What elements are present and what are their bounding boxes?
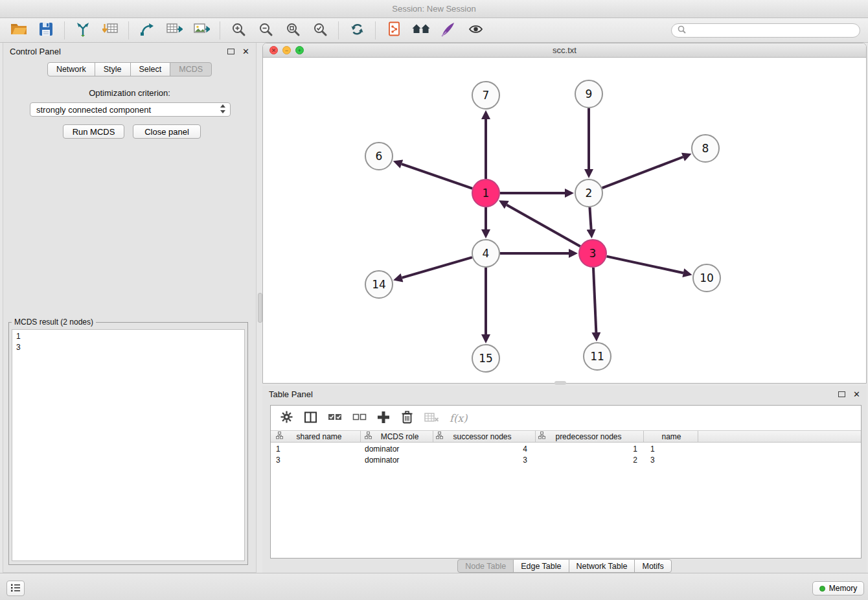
select-all-icon (328, 411, 342, 424)
float-table-panel-icon[interactable] (838, 391, 845, 397)
eye-icon (468, 22, 483, 38)
column-header-predecessor-nodes[interactable]: predecessor nodes (536, 431, 644, 442)
task-history-button[interactable] (6, 581, 25, 596)
mcds-result-item: 3 (16, 342, 240, 353)
panel-resize-handle-vertical[interactable] (258, 293, 262, 323)
column-header-mcds-role[interactable]: MCDS role (361, 431, 433, 442)
refresh-view-button[interactable] (343, 19, 371, 41)
delete-column-button[interactable] (400, 410, 414, 426)
network-window-titlebar[interactable]: ✕ − + scc.txt (263, 43, 866, 58)
import-table-button[interactable] (97, 19, 124, 41)
eye-button[interactable] (462, 19, 489, 41)
edge-1-6[interactable] (402, 164, 472, 189)
node-table-area: f(x) shared name (270, 405, 862, 559)
node-label: 11 (590, 350, 604, 363)
node-3[interactable]: 3 (579, 240, 606, 267)
tab-node-table[interactable]: Node Table (457, 559, 514, 573)
criterion-value: strongly connected component (36, 105, 220, 115)
tab-select[interactable]: Select (130, 62, 171, 76)
network-home-button[interactable] (407, 19, 435, 41)
mcds-result-list[interactable]: 1 3 (12, 329, 245, 561)
export-image-icon (194, 22, 210, 38)
tab-mcds[interactable]: MCDS (170, 62, 212, 76)
function-builder-button: f(x) (450, 412, 467, 424)
node-9[interactable]: 9 (575, 80, 602, 108)
node-2[interactable]: 2 (575, 179, 602, 207)
tab-network-table[interactable]: Network Table (569, 559, 635, 573)
node-14[interactable]: 14 (365, 271, 393, 298)
network-home-icon (412, 23, 430, 38)
network-window: ✕ − + scc.txt 7968124314101511 (262, 43, 867, 384)
status-bar: Memory (0, 573, 868, 600)
network-graph[interactable]: 7968124314101511 (263, 58, 866, 384)
tab-motifs[interactable]: Motifs (634, 559, 671, 573)
column-header-successor-nodes[interactable]: successor nodes (433, 431, 536, 442)
column-header-shared-name[interactable]: shared name (271, 431, 361, 442)
tab-style[interactable]: Style (95, 62, 131, 76)
close-panel-button[interactable]: Close panel (133, 124, 201, 139)
zoom-in-button[interactable] (225, 19, 252, 41)
node-4[interactable]: 4 (472, 240, 499, 267)
panel-resize-handle-horizontal[interactable] (554, 381, 566, 385)
refresh-icon (350, 22, 365, 39)
table-settings-button[interactable] (280, 410, 293, 426)
node-10[interactable]: 10 (693, 264, 720, 292)
node-15[interactable]: 15 (472, 345, 499, 372)
float-panel-icon[interactable] (227, 49, 234, 54)
node-1[interactable]: 1 (472, 179, 499, 207)
deselect-all-icon (352, 411, 367, 424)
table-row[interactable]: 3 dominator 3 2 3 (271, 454, 861, 465)
close-table-panel-icon[interactable]: ✕ (853, 389, 860, 399)
column-header-name[interactable]: name (644, 431, 698, 442)
show-columns-button[interactable] (304, 411, 317, 426)
close-panel-icon[interactable]: ✕ (242, 47, 249, 56)
zoom-selected-button[interactable] (306, 19, 334, 41)
search-input[interactable] (689, 25, 854, 36)
style-brush-icon (440, 21, 456, 39)
criterion-dropdown[interactable]: strongly connected component (30, 102, 231, 117)
edge-2-8[interactable] (602, 157, 683, 188)
dropdown-stepper-icon (220, 104, 226, 116)
node-8[interactable]: 8 (692, 135, 719, 162)
add-column-button[interactable] (377, 411, 390, 426)
style-brush-button[interactable] (435, 19, 462, 41)
table-row[interactable]: 1 dominator 4 1 1 (271, 443, 861, 454)
app-titlebar[interactable]: Session: New Session (0, 0, 868, 18)
memory-button[interactable]: Memory (812, 581, 864, 595)
node-label: 9 (586, 87, 593, 100)
table-panel: Table Panel ✕ (262, 386, 867, 573)
edge-3-10[interactable] (607, 257, 683, 273)
delete-table-icon (424, 412, 439, 424)
deselect-all-rows-button[interactable] (352, 411, 367, 424)
tab-network[interactable]: Network (47, 62, 95, 76)
select-all-rows-button[interactable] (328, 411, 342, 424)
optimization-criterion-label: Optimization criterion: (3, 88, 256, 98)
search-box[interactable] (671, 23, 860, 38)
zoom-fit-button[interactable] (279, 19, 306, 41)
export-image-button[interactable] (188, 19, 215, 41)
node-label: 8 (702, 142, 709, 155)
network-canvas[interactable]: 7968124314101511 (263, 58, 866, 384)
share-document-button[interactable] (380, 19, 407, 41)
edge-3-11[interactable] (593, 268, 596, 332)
save-icon (39, 22, 53, 38)
save-session-button[interactable] (32, 19, 60, 41)
node-6[interactable]: 6 (365, 143, 393, 170)
import-network-button[interactable] (69, 19, 97, 41)
zoom-out-button[interactable] (252, 19, 279, 41)
app-title: Session: New Session (392, 4, 475, 14)
node-label: 10 (700, 271, 714, 284)
node-11[interactable]: 11 (584, 343, 611, 370)
table-panel-tabs: Node Table Edge Table Network Table Moti… (262, 559, 867, 573)
table-cell: 1 (644, 444, 698, 454)
edge-2-3[interactable] (589, 207, 591, 229)
new-network-button[interactable] (133, 19, 161, 41)
open-session-button[interactable] (5, 19, 32, 41)
export-table-button[interactable] (161, 19, 188, 41)
tab-edge-table[interactable]: Edge Table (513, 559, 569, 573)
edge-4-14[interactable] (402, 257, 472, 278)
mcds-result-box: MCDS result (2 nodes) 1 3 (8, 317, 248, 565)
edge-3-1[interactable] (507, 205, 580, 246)
run-mcds-button[interactable]: Run MCDS (63, 124, 124, 139)
node-7[interactable]: 7 (472, 82, 499, 109)
